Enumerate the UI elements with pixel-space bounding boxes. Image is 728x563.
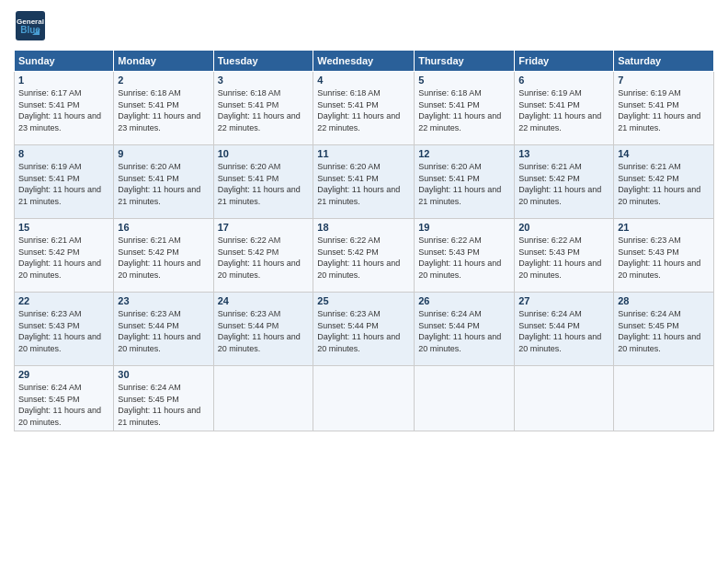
day-info: Sunrise: 6:18 AMSunset: 5:41 PMDaylight:… [418, 87, 510, 133]
calendar-cell [415, 366, 515, 431]
day-info: Sunrise: 6:18 AMSunset: 5:41 PMDaylight:… [118, 87, 209, 133]
column-header-tuesday: Tuesday [213, 51, 313, 72]
day-number: 3 [218, 75, 310, 86]
day-info: Sunrise: 6:24 AMSunset: 5:44 PMDaylight:… [418, 308, 510, 354]
day-number: 19 [418, 222, 510, 233]
day-number: 5 [418, 75, 510, 86]
calendar-cell: 19Sunrise: 6:22 AMSunset: 5:43 PMDayligh… [415, 219, 515, 293]
day-number: 8 [18, 148, 109, 159]
calendar-cell: 1Sunrise: 6:17 AMSunset: 5:41 PMDaylight… [15, 72, 114, 145]
day-number: 1 [18, 75, 109, 86]
day-info: Sunrise: 6:22 AMSunset: 5:42 PMDaylight:… [317, 235, 410, 281]
calendar-cell: 5Sunrise: 6:18 AMSunset: 5:41 PMDaylight… [415, 72, 515, 145]
day-info: Sunrise: 6:22 AMSunset: 5:42 PMDaylight:… [218, 235, 310, 281]
day-number: 9 [118, 148, 209, 159]
day-info: Sunrise: 6:24 AMSunset: 5:45 PMDaylight:… [18, 382, 109, 428]
day-number: 22 [18, 295, 109, 306]
calendar-cell [313, 366, 415, 431]
calendar-cell: 2Sunrise: 6:18 AMSunset: 5:41 PMDaylight… [114, 72, 213, 145]
day-number: 4 [317, 75, 410, 86]
day-info: Sunrise: 6:21 AMSunset: 5:42 PMDaylight:… [18, 235, 109, 281]
calendar-cell: 8Sunrise: 6:19 AMSunset: 5:41 PMDaylight… [15, 145, 114, 219]
day-info: Sunrise: 6:24 AMSunset: 5:45 PMDaylight:… [118, 382, 209, 428]
logo: General Blue [14, 9, 47, 42]
day-number: 7 [618, 75, 710, 86]
day-info: Sunrise: 6:23 AMSunset: 5:43 PMDaylight:… [618, 235, 710, 281]
day-info: Sunrise: 6:20 AMSunset: 5:41 PMDaylight:… [418, 161, 510, 207]
day-info: Sunrise: 6:20 AMSunset: 5:41 PMDaylight:… [218, 161, 310, 207]
day-info: Sunrise: 6:21 AMSunset: 5:42 PMDaylight:… [518, 161, 609, 207]
day-info: Sunrise: 6:17 AMSunset: 5:41 PMDaylight:… [18, 87, 109, 133]
week-row-1: 1Sunrise: 6:17 AMSunset: 5:41 PMDaylight… [15, 72, 714, 145]
calendar-cell [213, 366, 313, 431]
day-number: 21 [618, 222, 710, 233]
day-info: Sunrise: 6:22 AMSunset: 5:43 PMDaylight:… [418, 235, 510, 281]
day-info: Sunrise: 6:19 AMSunset: 5:41 PMDaylight:… [18, 161, 109, 207]
day-info: Sunrise: 6:19 AMSunset: 5:41 PMDaylight:… [618, 87, 710, 133]
day-info: Sunrise: 6:22 AMSunset: 5:43 PMDaylight:… [518, 235, 609, 281]
calendar-cell [614, 366, 714, 431]
day-number: 14 [618, 148, 710, 159]
calendar-cell: 23Sunrise: 6:23 AMSunset: 5:44 PMDayligh… [114, 293, 213, 366]
column-header-wednesday: Wednesday [313, 51, 415, 72]
day-number: 16 [118, 222, 209, 233]
day-number: 17 [218, 222, 310, 233]
calendar-table: SundayMondayTuesdayWednesdayThursdayFrid… [14, 50, 714, 431]
week-row-2: 8Sunrise: 6:19 AMSunset: 5:41 PMDaylight… [15, 145, 714, 219]
calendar-cell: 25Sunrise: 6:23 AMSunset: 5:44 PMDayligh… [313, 293, 415, 366]
day-info: Sunrise: 6:24 AMSunset: 5:45 PMDaylight:… [618, 308, 710, 354]
column-header-saturday: Saturday [614, 51, 714, 72]
day-info: Sunrise: 6:23 AMSunset: 5:43 PMDaylight:… [18, 308, 109, 354]
calendar-cell: 20Sunrise: 6:22 AMSunset: 5:43 PMDayligh… [515, 219, 614, 293]
calendar-body: 1Sunrise: 6:17 AMSunset: 5:41 PMDaylight… [15, 72, 714, 431]
calendar-cell: 9Sunrise: 6:20 AMSunset: 5:41 PMDaylight… [114, 145, 213, 219]
day-number: 2 [118, 75, 209, 86]
calendar-cell: 16Sunrise: 6:21 AMSunset: 5:42 PMDayligh… [114, 219, 213, 293]
column-header-thursday: Thursday [415, 51, 515, 72]
day-number: 20 [518, 222, 609, 233]
day-info: Sunrise: 6:20 AMSunset: 5:41 PMDaylight:… [317, 161, 410, 207]
day-number: 25 [317, 295, 410, 306]
calendar-cell: 10Sunrise: 6:20 AMSunset: 5:41 PMDayligh… [213, 145, 313, 219]
day-info: Sunrise: 6:21 AMSunset: 5:42 PMDaylight:… [618, 161, 710, 207]
calendar-cell: 26Sunrise: 6:24 AMSunset: 5:44 PMDayligh… [415, 293, 515, 366]
week-row-3: 15Sunrise: 6:21 AMSunset: 5:42 PMDayligh… [15, 219, 714, 293]
day-number: 29 [18, 369, 109, 380]
calendar-cell: 4Sunrise: 6:18 AMSunset: 5:41 PMDaylight… [313, 72, 415, 145]
week-row-4: 22Sunrise: 6:23 AMSunset: 5:43 PMDayligh… [15, 293, 714, 366]
calendar-cell: 24Sunrise: 6:23 AMSunset: 5:44 PMDayligh… [213, 293, 313, 366]
calendar-header-row: SundayMondayTuesdayWednesdayThursdayFrid… [15, 51, 714, 72]
column-header-monday: Monday [114, 51, 213, 72]
calendar-cell: 3Sunrise: 6:18 AMSunset: 5:41 PMDaylight… [213, 72, 313, 145]
calendar-cell: 15Sunrise: 6:21 AMSunset: 5:42 PMDayligh… [15, 219, 114, 293]
calendar-cell: 22Sunrise: 6:23 AMSunset: 5:43 PMDayligh… [15, 293, 114, 366]
day-number: 30 [118, 369, 209, 380]
day-number: 11 [317, 148, 410, 159]
day-number: 23 [118, 295, 209, 306]
calendar-cell: 7Sunrise: 6:19 AMSunset: 5:41 PMDaylight… [614, 72, 714, 145]
calendar-cell: 29Sunrise: 6:24 AMSunset: 5:45 PMDayligh… [15, 366, 114, 431]
day-number: 13 [518, 148, 609, 159]
calendar-cell: 13Sunrise: 6:21 AMSunset: 5:42 PMDayligh… [515, 145, 614, 219]
day-info: Sunrise: 6:23 AMSunset: 5:44 PMDaylight:… [218, 308, 310, 354]
day-info: Sunrise: 6:18 AMSunset: 5:41 PMDaylight:… [218, 87, 310, 133]
page: General Blue SundayMondayTuesdayWednesda… [0, 0, 728, 563]
day-info: Sunrise: 6:24 AMSunset: 5:44 PMDaylight:… [518, 308, 609, 354]
day-info: Sunrise: 6:23 AMSunset: 5:44 PMDaylight:… [317, 308, 410, 354]
header: General Blue [14, 9, 714, 42]
day-info: Sunrise: 6:19 AMSunset: 5:41 PMDaylight:… [518, 87, 609, 133]
calendar-cell: 18Sunrise: 6:22 AMSunset: 5:42 PMDayligh… [313, 219, 415, 293]
day-number: 6 [518, 75, 609, 86]
day-number: 12 [418, 148, 510, 159]
day-info: Sunrise: 6:20 AMSunset: 5:41 PMDaylight:… [118, 161, 209, 207]
calendar-cell: 14Sunrise: 6:21 AMSunset: 5:42 PMDayligh… [614, 145, 714, 219]
calendar-cell: 17Sunrise: 6:22 AMSunset: 5:42 PMDayligh… [213, 219, 313, 293]
calendar-cell: 21Sunrise: 6:23 AMSunset: 5:43 PMDayligh… [614, 219, 714, 293]
day-number: 18 [317, 222, 410, 233]
calendar-cell: 6Sunrise: 6:19 AMSunset: 5:41 PMDaylight… [515, 72, 614, 145]
column-header-friday: Friday [515, 51, 614, 72]
day-number: 10 [218, 148, 310, 159]
calendar-cell: 12Sunrise: 6:20 AMSunset: 5:41 PMDayligh… [415, 145, 515, 219]
day-number: 28 [618, 295, 710, 306]
column-header-sunday: Sunday [15, 51, 114, 72]
